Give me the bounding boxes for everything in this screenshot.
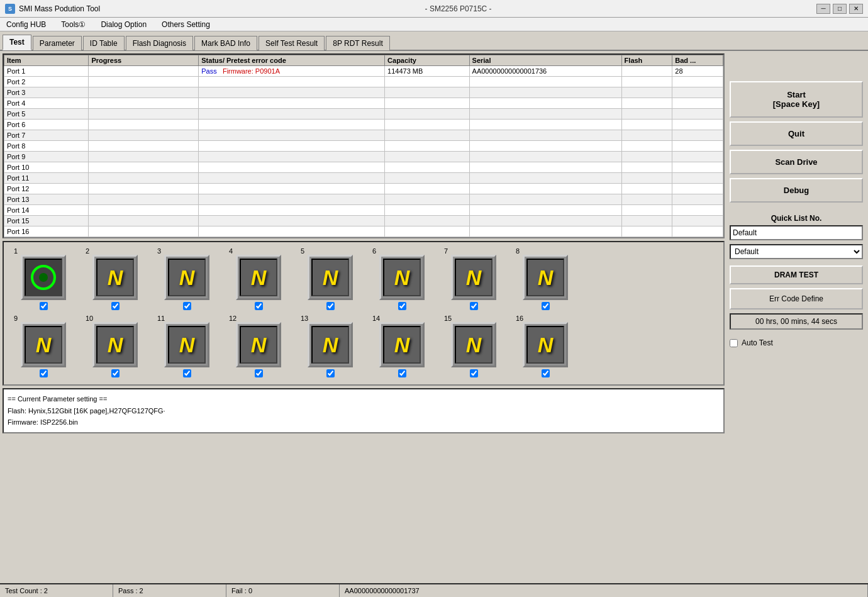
table-row: Port 12 [4, 184, 723, 194]
port-icon-10[interactable]: N [92, 322, 138, 367]
tab-flash-diagnosis[interactable]: Flash Diagnosis [126, 36, 193, 50]
menu-config-hub[interactable]: Config HUB [3, 19, 50, 30]
port-checkbox-6[interactable] [398, 302, 406, 310]
app-name: SMI Mass Podution Tool [19, 4, 100, 13]
port-icon-9[interactable]: N [21, 322, 66, 367]
port-cell-10: 10N [81, 315, 150, 379]
col-serial: Serial [469, 55, 621, 66]
port-icon-14[interactable]: N [379, 322, 425, 367]
port-num-10: 10 [86, 315, 93, 322]
tab-self-test-result[interactable]: Self Test Result [259, 36, 325, 50]
timer-display: 00 hrs, 00 mins, 44 secs [730, 313, 863, 330]
table-row: Port 11 [4, 173, 723, 184]
port-checkbox-8[interactable] [542, 302, 550, 310]
port-checkbox-1[interactable] [40, 302, 48, 310]
tab-parameter[interactable]: Parameter [33, 36, 82, 50]
table-row: Port 1 Pass Firmware: P0901A 114473 MB A… [4, 66, 723, 77]
port-icon-7[interactable]: N [451, 255, 496, 300]
table-row: Port 16 [4, 226, 723, 237]
col-flash: Flash [621, 55, 672, 66]
col-item: Item [4, 55, 89, 66]
title-bar: S SMI Mass Podution Tool - SM2256 P0715C… [0, 0, 868, 18]
port-checkbox-13[interactable] [326, 369, 335, 377]
table-row: Port 3 [4, 87, 723, 98]
port-num-9: 9 [14, 315, 18, 322]
tab-id-table[interactable]: ID Table [83, 36, 125, 50]
port-table: Item Progress Status/ Pretest error code… [4, 55, 723, 237]
err-code-define-button[interactable]: Err Code Define [730, 288, 863, 310]
ports-row-2: 9N10N11N12N13N14N15N16N [9, 315, 718, 379]
scan-drive-button[interactable]: Scan Drive [730, 150, 863, 174]
port-cell-11: 11N [152, 315, 221, 379]
port-icon-6[interactable]: N [379, 255, 425, 300]
window-subtitle: - SM2256 P0715C - [425, 4, 492, 13]
maximize-button[interactable]: □ [833, 4, 847, 14]
port-checkbox-3[interactable] [183, 302, 191, 310]
port-cell-2: 2N [81, 247, 150, 312]
port-icon-4[interactable]: N [236, 255, 281, 300]
table-row: Port 4 [4, 98, 723, 109]
port-checkbox-10[interactable] [111, 369, 120, 377]
port-num-11: 11 [157, 315, 165, 322]
table-row: Port 15 [4, 216, 723, 226]
port-cell-7: 7N [439, 247, 508, 312]
quick-list-dropdown[interactable]: Default [730, 244, 863, 259]
port-num-16: 16 [516, 315, 523, 322]
port-cell-16: 16N [511, 315, 580, 379]
minimize-button[interactable]: ─ [816, 4, 830, 14]
tab-8p-rdt-result[interactable]: 8P RDT Result [326, 36, 390, 50]
menu-dialog-option[interactable]: Dialog Option [97, 19, 150, 30]
col-progress: Progress [89, 55, 199, 66]
port-icon-15[interactable]: N [451, 322, 496, 367]
param-line2: Flash: Hynix,512Gbit [16K page],H27QFG12… [8, 405, 720, 417]
port-cell-5: 5N [296, 247, 365, 312]
port-checkbox-9[interactable] [40, 369, 48, 377]
menu-others-setting[interactable]: Others Setting [158, 19, 214, 30]
port-num-15: 15 [444, 315, 452, 322]
menu-tools[interactable]: Tools① [57, 19, 89, 30]
tab-mark-bad-info[interactable]: Mark BAD Info [194, 36, 257, 50]
table-row: Port 10 [4, 162, 723, 173]
port-num-4: 4 [229, 247, 233, 255]
start-button[interactable]: Start[Space Key] [730, 81, 863, 118]
port-checkbox-2[interactable] [111, 302, 120, 310]
port-icon-8[interactable]: N [523, 255, 568, 300]
debug-button[interactable]: Debug [730, 178, 863, 203]
port-cell-6: 6N [367, 247, 437, 312]
quit-button[interactable]: Quit [730, 121, 863, 146]
auto-test-checkbox[interactable] [730, 339, 738, 347]
tab-test[interactable]: Test [3, 35, 31, 50]
port-icon-16[interactable]: N [523, 322, 568, 367]
status-test-count: Test Count : 2 [0, 584, 113, 597]
dram-test-button[interactable]: DRAM TEST [730, 265, 863, 284]
table-row: Port 9 [4, 152, 723, 162]
col-status: Status/ Pretest error code [199, 55, 385, 66]
port-icon-2[interactable]: N [92, 255, 138, 300]
port-checkbox-11[interactable] [183, 369, 191, 377]
status-serial: AA00000000000001737 [340, 584, 868, 597]
quick-list-input[interactable] [730, 225, 863, 240]
port-checkbox-12[interactable] [255, 369, 263, 377]
port-checkbox-4[interactable] [255, 302, 263, 310]
port-icon-1[interactable] [21, 255, 66, 300]
port-checkbox-16[interactable] [542, 369, 550, 377]
port-checkbox-15[interactable] [470, 369, 478, 377]
port-cell-4: 4N [224, 247, 293, 312]
port-checkbox-5[interactable] [326, 302, 335, 310]
col-capacity: Capacity [385, 55, 469, 66]
port-icon-12[interactable]: N [236, 322, 281, 367]
port-icon-5[interactable]: N [308, 255, 353, 300]
auto-test-label: Auto Test [742, 338, 773, 347]
port-cell-15: 15N [439, 315, 508, 379]
port-checkbox-7[interactable] [470, 302, 478, 310]
port-checkbox-14[interactable] [398, 369, 406, 377]
port-icon-3[interactable]: N [164, 255, 209, 300]
menu-bar: Config HUB Tools① Dialog Option Others S… [0, 18, 868, 31]
port-icon-13[interactable]: N [308, 322, 353, 367]
port-num-13: 13 [301, 315, 308, 322]
close-button[interactable]: ✕ [849, 4, 863, 14]
table-row: Port 13 [4, 194, 723, 205]
ports-row-1: 12N3N4N5N6N7N8N [9, 247, 718, 312]
auto-test-row: Auto Test [730, 338, 863, 347]
port-icon-11[interactable]: N [164, 322, 209, 367]
